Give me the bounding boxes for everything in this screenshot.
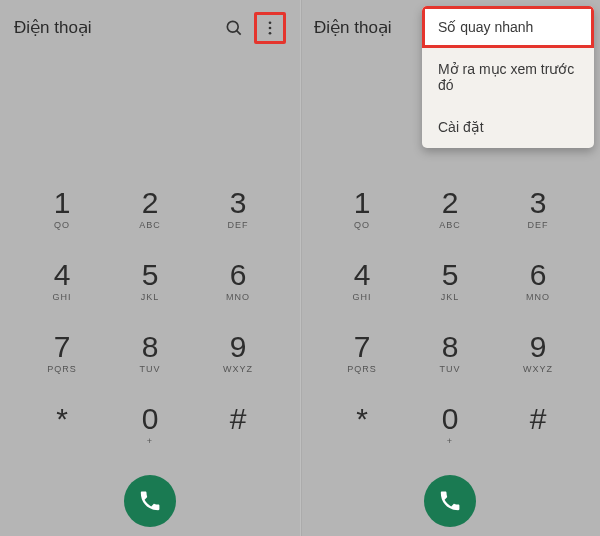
svg-point-2 (269, 21, 272, 24)
menu-item-settings[interactable]: Cài đặt (422, 106, 594, 148)
menu-item-label: Cài đặt (438, 119, 484, 135)
dialpad-key-2[interactable]: 2ABC (106, 172, 194, 244)
dialpad-key-6[interactable]: 6MNO (194, 244, 282, 316)
dialpad-key-3[interactable]: 3DEF (194, 172, 282, 244)
content-spacer (0, 55, 300, 172)
menu-item-open-previous[interactable]: Mở ra mục xem trước đó (422, 48, 594, 106)
svg-line-1 (237, 30, 241, 34)
search-button[interactable] (218, 12, 250, 44)
call-button[interactable] (424, 475, 476, 527)
menu-item-speed-dial[interactable]: Số quay nhanh (422, 6, 594, 48)
overflow-menu: Số quay nhanh Mở ra mục xem trước đó Cài… (422, 6, 594, 148)
dialpad-key-0[interactable]: 0+ (106, 388, 194, 460)
dialpad-key-1[interactable]: 1QO (318, 172, 406, 244)
dialpad-key-2[interactable]: 2ABC (406, 172, 494, 244)
dialpad-key-1[interactable]: 1QO (18, 172, 106, 244)
dialpad: 1QO 2ABC 3DEF 4GHI 5JKL 6MNO 7PQRS 8TUV … (300, 172, 600, 466)
app-title: Điện thoại (14, 17, 218, 38)
dialpad-key-7[interactable]: 7PQRS (18, 316, 106, 388)
dialpad-key-star[interactable]: * (318, 388, 406, 460)
dialpad-key-4[interactable]: 4GHI (318, 244, 406, 316)
dialpad-key-5[interactable]: 5JKL (406, 244, 494, 316)
dialpad: 1QO 2ABC 3DEF 4GHI 5JKL 6MNO 7PQRS 8TUV … (0, 172, 300, 466)
more-vert-icon (261, 19, 279, 37)
svg-point-3 (269, 26, 272, 29)
dialpad-key-4[interactable]: 4GHI (18, 244, 106, 316)
panel-left: Điện thoại 1QO 2ABC 3DEF 4GHI 5JKL 6MNO … (0, 0, 300, 536)
phone-icon (438, 489, 462, 513)
overflow-menu-button[interactable] (254, 12, 286, 44)
svg-point-4 (269, 31, 272, 34)
dialpad-key-7[interactable]: 7PQRS (318, 316, 406, 388)
dialpad-key-3[interactable]: 3DEF (494, 172, 582, 244)
dialpad-key-8[interactable]: 8TUV (106, 316, 194, 388)
call-row (300, 466, 600, 536)
call-button[interactable] (124, 475, 176, 527)
phone-icon (138, 489, 162, 513)
svg-point-0 (227, 21, 238, 32)
menu-item-label: Mở ra mục xem trước đó (438, 61, 574, 93)
dialpad-key-0[interactable]: 0+ (406, 388, 494, 460)
dialpad-key-5[interactable]: 5JKL (106, 244, 194, 316)
screenshot-container: Điện thoại 1QO 2ABC 3DEF 4GHI 5JKL 6MNO … (0, 0, 600, 536)
dialpad-key-9[interactable]: 9WXYZ (194, 316, 282, 388)
menu-item-label: Số quay nhanh (438, 19, 533, 35)
search-icon (224, 18, 244, 38)
dialpad-key-6[interactable]: 6MNO (494, 244, 582, 316)
dialpad-key-star[interactable]: * (18, 388, 106, 460)
header: Điện thoại (0, 0, 300, 55)
dialpad-key-hash[interactable]: # (194, 388, 282, 460)
dialpad-key-8[interactable]: 8TUV (406, 316, 494, 388)
dialpad-key-hash[interactable]: # (494, 388, 582, 460)
call-row (0, 466, 300, 536)
panel-right: Điện thoại Số quay nhanh Mở ra mục xem t… (300, 0, 600, 536)
dialpad-key-9[interactable]: 9WXYZ (494, 316, 582, 388)
